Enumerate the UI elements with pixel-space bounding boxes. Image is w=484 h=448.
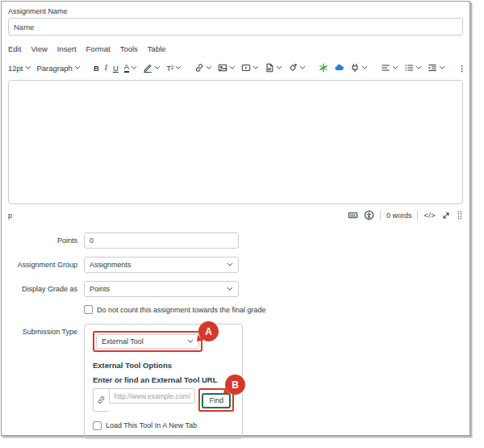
superscript-button[interactable]: T² xyxy=(166,64,182,73)
points-label: Points xyxy=(8,237,77,245)
resize-handle[interactable] xyxy=(457,210,463,220)
paragraph-format-value: Paragraph xyxy=(37,64,73,73)
element-path: p xyxy=(8,211,12,220)
external-tool-url-input[interactable] xyxy=(109,388,195,404)
points-input[interactable] xyxy=(84,232,239,249)
asterisk-tool-button[interactable] xyxy=(319,63,328,73)
assignment-edit-page: Assignment Name Edit View Insert Format … xyxy=(1,1,470,436)
display-grade-value: Points xyxy=(90,285,110,293)
font-size-value: 12pt xyxy=(8,64,23,73)
chevron-down-icon xyxy=(276,65,282,70)
external-tool-options-heading: External Tool Options xyxy=(93,361,234,370)
keyboard-shortcuts-icon[interactable] xyxy=(348,210,358,220)
status-divider xyxy=(417,211,418,220)
rce-content-area[interactable] xyxy=(8,80,463,204)
submission-type-select[interactable]: External Tool xyxy=(96,334,199,349)
list-button[interactable] xyxy=(404,63,422,73)
menu-view[interactable]: View xyxy=(31,44,47,53)
icon-maker-button[interactable] xyxy=(288,63,306,73)
indent-button[interactable] xyxy=(428,63,445,73)
accessibility-checker-icon[interactable] xyxy=(364,210,374,220)
document-button[interactable] xyxy=(265,63,282,73)
image-button[interactable] xyxy=(218,63,236,73)
apps-plug-button[interactable] xyxy=(350,63,368,73)
paragraph-format-select[interactable]: Paragraph xyxy=(37,64,81,73)
cloud-tool-button[interactable] xyxy=(334,63,344,73)
highlighter-icon xyxy=(143,63,152,73)
superscript-label: T² xyxy=(166,64,173,73)
italic-button[interactable]: I xyxy=(105,64,107,72)
chevron-down-icon xyxy=(227,287,233,291)
chevron-down-icon xyxy=(361,65,368,70)
submission-type-value: External Tool xyxy=(102,337,144,345)
rce-statusbar: p 0 words </> xyxy=(8,206,463,224)
text-color-letter: A xyxy=(124,63,129,73)
underline-button[interactable]: U xyxy=(113,64,119,73)
bold-button[interactable]: B xyxy=(94,64,99,73)
icon-maker-icon xyxy=(288,63,298,73)
chevron-down-icon xyxy=(206,65,212,70)
submission-type-panel: External Tool A External Tool Options En… xyxy=(84,324,243,439)
assignment-name-label: Assignment Name xyxy=(8,7,463,15)
menu-insert[interactable]: Insert xyxy=(57,44,77,53)
document-icon xyxy=(265,63,274,73)
status-divider xyxy=(380,211,381,220)
menu-format[interactable]: Format xyxy=(86,44,111,53)
assignment-group-label: Assignment Group xyxy=(8,261,77,269)
fullscreen-icon[interactable] xyxy=(441,211,451,220)
cloud-icon xyxy=(334,63,344,73)
annotation-highlight-b: Find B xyxy=(198,388,234,412)
omit-final-grade-checkbox[interactable] xyxy=(84,305,93,314)
submission-type-label: Submission Type xyxy=(8,328,77,336)
image-icon xyxy=(218,63,227,73)
chevron-down-icon xyxy=(439,65,445,70)
assignment-form: Points Assignment Group Assignments Disp… xyxy=(8,232,463,439)
load-new-tab-checkbox[interactable] xyxy=(93,421,102,430)
url-link-prefix xyxy=(93,388,109,412)
indent-icon xyxy=(428,63,437,73)
assignment-group-select[interactable]: Assignments xyxy=(84,257,239,273)
html-editor-button[interactable]: </> xyxy=(424,211,436,220)
toolbar-overflow-button[interactable]: ⋮ xyxy=(458,64,466,73)
assignment-name-input[interactable] xyxy=(8,18,463,36)
media-icon xyxy=(241,63,251,73)
bullet-list-icon xyxy=(404,63,414,73)
chevron-down-icon xyxy=(25,65,31,70)
word-count: 0 words xyxy=(386,211,412,220)
assignment-group-value: Assignments xyxy=(90,261,131,269)
asterisk-tool-icon xyxy=(319,63,328,73)
chevron-down-icon xyxy=(175,65,182,70)
link-icon xyxy=(194,63,204,73)
media-button[interactable] xyxy=(241,63,259,73)
menu-edit[interactable]: Edit xyxy=(8,44,21,53)
chevron-down-icon xyxy=(131,65,137,70)
rce-menubar: Edit View Insert Format Tools Table xyxy=(8,44,463,53)
chevron-down-icon xyxy=(74,65,81,70)
display-grade-select[interactable]: Points xyxy=(84,281,239,297)
highlighter-button[interactable] xyxy=(143,63,161,73)
chevron-down-icon xyxy=(229,65,236,70)
menu-table[interactable]: Table xyxy=(148,44,166,53)
chevron-down-icon xyxy=(415,65,422,70)
chevron-down-icon xyxy=(392,65,398,70)
link-icon xyxy=(97,396,106,404)
find-button[interactable]: Find xyxy=(202,393,231,408)
rce-toolbar: 12pt Paragraph B I U A T² xyxy=(8,59,463,77)
link-button[interactable] xyxy=(194,63,212,73)
annotation-highlight-a: External Tool A xyxy=(93,331,202,352)
load-new-tab-label: Load This Tool In A New Tab xyxy=(106,421,197,429)
text-color-button[interactable]: A xyxy=(124,63,137,73)
chevron-down-icon xyxy=(227,262,233,267)
annotation-badge-b: B xyxy=(225,375,245,395)
menu-tools[interactable]: Tools xyxy=(120,44,138,53)
font-size-select[interactable]: 12pt xyxy=(8,64,31,73)
chevron-down-icon xyxy=(252,65,259,70)
chevron-down-icon xyxy=(299,65,306,70)
annotation-badge-a: A xyxy=(198,321,219,341)
plug-icon xyxy=(350,63,360,73)
display-grade-label: Display Grade as xyxy=(8,285,77,293)
chevron-down-icon xyxy=(154,65,161,70)
omit-final-grade-label: Do not count this assignment towards the… xyxy=(97,306,266,314)
align-left-icon xyxy=(381,63,390,73)
alignment-button[interactable] xyxy=(381,63,398,73)
